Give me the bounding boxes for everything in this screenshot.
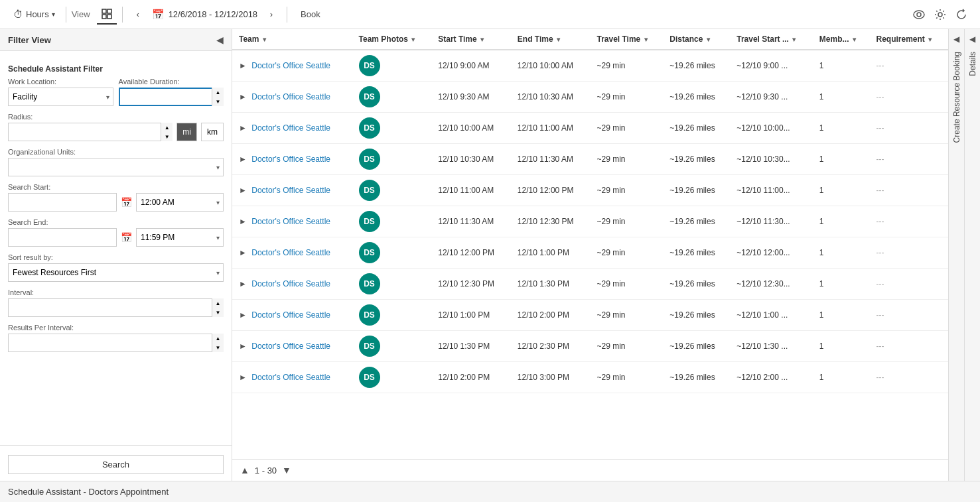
schedule-assistant-title: Schedule Assistant Filter	[8, 64, 224, 74]
col-team[interactable]: Team ▾	[232, 29, 352, 50]
team-name[interactable]: Doctor's Office Seattle	[251, 186, 330, 195]
available-duration-spinner: 1 hour ▲ ▼	[119, 88, 224, 106]
prev-date-button[interactable]: ‹	[128, 5, 148, 25]
team-photos-cell: DS	[352, 300, 432, 331]
team-cell: ► Doctor's Office Seattle	[232, 82, 352, 113]
search-end-calendar-icon[interactable]: 📅	[121, 232, 132, 243]
requirement-cell: ---	[869, 362, 948, 393]
col-distance[interactable]: Distance ▾	[663, 29, 730, 50]
center-panel: Team ▾ Team Photos ▾ Start Time ▾ End Ti…	[232, 29, 948, 481]
team-avatar: DS	[359, 55, 380, 76]
results-up-button[interactable]: ▲	[212, 334, 224, 343]
team-name[interactable]: Doctor's Office Seattle	[251, 123, 330, 133]
eye-button[interactable]	[908, 4, 930, 25]
filter-collapse-button[interactable]: ◀	[216, 34, 224, 45]
radius-up-button[interactable]: ▲	[161, 123, 173, 132]
details-label[interactable]: Details	[968, 46, 977, 82]
search-button[interactable]: Search	[8, 455, 224, 474]
expand-row-button[interactable]: ►	[239, 373, 247, 382]
create-booking-collapse-button[interactable]: ◀	[951, 32, 962, 46]
interval-up-button[interactable]: ▲	[212, 298, 224, 308]
interval-spinner-btns: ▲ ▼	[212, 298, 224, 317]
team-photos-cell: DS	[352, 144, 432, 175]
book-button[interactable]: Book	[293, 7, 328, 22]
table-row: ► Doctor's Office Seattle DS 12/10 9:30 …	[232, 82, 948, 113]
team-name[interactable]: Doctor's Office Seattle	[251, 61, 330, 70]
hours-button[interactable]: ⏱ Hours ▾	[8, 6, 60, 23]
results-table: Team ▾ Team Photos ▾ Start Time ▾ End Ti…	[232, 29, 948, 393]
col-members[interactable]: Memb... ▾	[813, 29, 870, 50]
team-name[interactable]: Doctor's Office Seattle	[251, 373, 330, 382]
available-duration-input[interactable]: 1 hour	[119, 88, 224, 106]
team-name[interactable]: Doctor's Office Seattle	[251, 248, 330, 257]
expand-row-button[interactable]: ►	[239, 342, 247, 351]
col-travel-time[interactable]: Travel Time ▾	[590, 29, 663, 50]
expand-row-button[interactable]: ►	[239, 123, 247, 133]
team-name[interactable]: Doctor's Office Seattle	[251, 217, 330, 226]
sort-select[interactable]: Fewest Resources First Most Resources Fi…	[8, 263, 224, 282]
expand-row-button[interactable]: ►	[239, 279, 247, 288]
expand-row-button[interactable]: ►	[239, 310, 247, 320]
search-start-time-select[interactable]: 12:00 AM	[136, 193, 224, 212]
start-time-cell: 12/10 12:00 PM	[431, 237, 511, 269]
radius-spinner-btns: ▲ ▼	[161, 123, 173, 141]
expand-row-button[interactable]: ►	[239, 186, 247, 195]
members-cell: 1	[813, 300, 870, 331]
start-time-cell: 12/10 9:30 AM	[431, 82, 511, 113]
col-requirement[interactable]: Requirement ▾	[869, 29, 948, 50]
filter-body: Schedule Assistant Filter Work Location:…	[0, 51, 232, 445]
col-end-time[interactable]: End Time ▾	[511, 29, 591, 50]
radius-down-button[interactable]: ▼	[161, 132, 173, 141]
col-team-photos[interactable]: Team Photos ▾	[352, 29, 432, 50]
distance-sort-arrow: ▾	[707, 36, 710, 43]
expand-row-button[interactable]: ►	[239, 155, 247, 164]
team-name[interactable]: Doctor's Office Seattle	[251, 342, 330, 351]
table-row: ► Doctor's Office Seattle DS 12/10 2:00 …	[232, 362, 948, 393]
search-end-date-input[interactable]: 12/14/2018	[8, 228, 117, 247]
members-cell: 1	[813, 237, 870, 269]
org-units-select[interactable]	[8, 158, 224, 176]
prev-page-button[interactable]: ▲	[240, 465, 249, 475]
search-start-date-input[interactable]: 12/10/2018	[8, 193, 117, 212]
table-row: ► Doctor's Office Seattle DS 12/10 9:00 …	[232, 50, 948, 82]
team-avatar: DS	[359, 86, 380, 107]
team-photos-cell: DS	[352, 113, 432, 144]
results-input[interactable]: 1	[8, 334, 224, 352]
work-location-select[interactable]: Facility Onsite Location Agnostic	[8, 88, 113, 106]
refresh-button[interactable]	[951, 4, 972, 25]
team-avatar: DS	[359, 242, 380, 263]
team-name[interactable]: Doctor's Office Seattle	[251, 92, 330, 101]
expand-row-button[interactable]: ►	[239, 92, 247, 101]
create-resource-booking-label[interactable]: Create Resource Booking	[952, 46, 961, 148]
duration-up-button[interactable]: ▲	[212, 88, 224, 97]
members-sort-arrow: ▾	[853, 36, 856, 43]
data-table: Team ▾ Team Photos ▾ Start Time ▾ End Ti…	[232, 29, 948, 459]
details-collapse-button[interactable]: ◀	[967, 32, 978, 46]
members-cell: 1	[813, 50, 870, 82]
settings-button[interactable]	[930, 4, 951, 25]
travel-time-cell: ~29 min	[590, 82, 663, 113]
grid-view-button[interactable]	[97, 5, 117, 25]
table-row: ► Doctor's Office Seattle DS 12/10 11:30…	[232, 206, 948, 237]
next-date-button[interactable]: ›	[261, 5, 281, 25]
results-down-button[interactable]: ▼	[212, 343, 224, 352]
radius-input[interactable]: 50	[8, 123, 173, 141]
search-end-time-select[interactable]: 11:59 PM	[136, 228, 224, 247]
col-travel-start[interactable]: Travel Start ... ▾	[730, 29, 813, 50]
team-name[interactable]: Doctor's Office Seattle	[251, 310, 330, 320]
next-page-button[interactable]: ▼	[282, 465, 291, 475]
duration-down-button[interactable]: ▼	[212, 97, 224, 106]
expand-row-button[interactable]: ►	[239, 248, 247, 257]
team-avatar: DS	[359, 117, 380, 139]
interval-down-button[interactable]: ▼	[212, 308, 224, 317]
team-name[interactable]: Doctor's Office Seattle	[251, 279, 330, 288]
team-name[interactable]: Doctor's Office Seattle	[251, 155, 330, 164]
search-start-calendar-icon[interactable]: 📅	[121, 197, 132, 208]
table-row: ► Doctor's Office Seattle DS 12/10 1:30 …	[232, 331, 948, 362]
unit-mi-button[interactable]: mi	[176, 123, 197, 141]
interval-input[interactable]: 30 minutes	[8, 298, 224, 317]
unit-km-button[interactable]: km	[201, 123, 224, 141]
expand-row-button[interactable]: ►	[239, 61, 247, 70]
col-start-time[interactable]: Start Time ▾	[431, 29, 511, 50]
expand-row-button[interactable]: ►	[239, 217, 247, 226]
